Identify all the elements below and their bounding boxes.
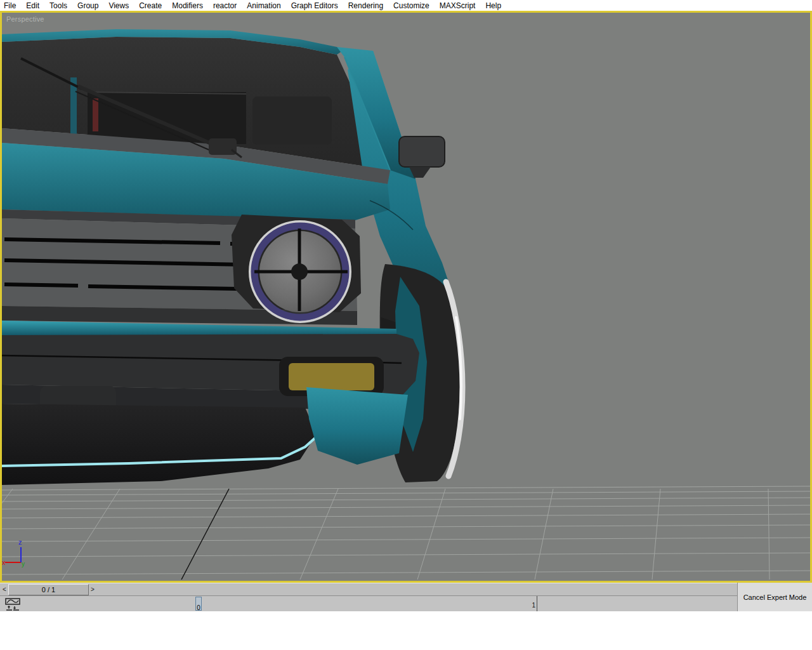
menu-item-views[interactable]: Views <box>103 1 134 10</box>
time-slider-prev-button[interactable]: < <box>1 585 8 594</box>
menu-item-animation[interactable]: Animation <box>242 1 285 10</box>
menu-item-file[interactable]: File <box>0 1 21 10</box>
air-dam <box>2 404 317 485</box>
valance-corner <box>306 387 408 465</box>
interior-red-detail <box>93 98 98 131</box>
menu-item-tools[interactable]: Tools <box>44 1 72 10</box>
frame-tick-line <box>537 596 537 611</box>
menu-item-rendering[interactable]: Rendering <box>343 1 388 10</box>
menu-item-help[interactable]: Help <box>480 1 506 10</box>
menu-bar: File Edit Tools Group Views Create Modif… <box>0 0 812 11</box>
frame-tick-label: 1 <box>524 602 535 609</box>
axis-x-label: x <box>2 559 6 566</box>
axis-z-label: z <box>18 538 22 546</box>
axis-y-label: y <box>22 560 25 567</box>
indicator-amber-lens <box>289 363 374 390</box>
application-window: File Edit Tools Group Views Create Modif… <box>0 0 812 650</box>
menu-item-modifiers[interactable]: Modifiers <box>167 1 208 10</box>
car-model[interactable] <box>2 29 462 485</box>
interior-seat <box>252 96 332 145</box>
menu-item-reactor[interactable]: reactor <box>208 1 242 10</box>
status-panel: Cancel Expert Mode <box>737 583 812 611</box>
time-slider[interactable]: 0 / 1 <box>8 584 89 595</box>
time-slider-next-button[interactable]: > <box>88 585 97 594</box>
open-mini-curve-editor-icon[interactable] <box>5 598 22 611</box>
menu-item-graph-editors[interactable]: Graph Editors <box>286 1 343 10</box>
menu-item-group[interactable]: Group <box>72 1 103 10</box>
menu-item-create[interactable]: Create <box>134 1 167 10</box>
grid-origin-axis-line <box>181 489 229 580</box>
headlight <box>232 215 361 322</box>
track-bar[interactable]: 0 1 <box>0 595 737 611</box>
cancel-expert-mode-button[interactable]: Cancel Expert Mode <box>743 594 807 601</box>
active-viewport-border: x z y Perspective <box>0 11 812 583</box>
menu-item-maxscript[interactable]: MAXScript <box>435 1 481 10</box>
ground-grid <box>2 486 810 580</box>
headlight-hub <box>291 263 308 280</box>
menu-item-edit[interactable]: Edit <box>21 1 44 10</box>
axis-tripod: x z y <box>2 538 25 567</box>
perspective-viewport[interactable]: x z y Perspective <box>2 13 810 581</box>
viewport-label[interactable]: Perspective <box>6 15 44 23</box>
time-slider-track[interactable]: < 0 / 1 > <box>0 583 737 595</box>
menu-item-customize[interactable]: Customize <box>388 1 435 10</box>
track-bar-frame-marker[interactable]: 0 <box>195 597 202 611</box>
